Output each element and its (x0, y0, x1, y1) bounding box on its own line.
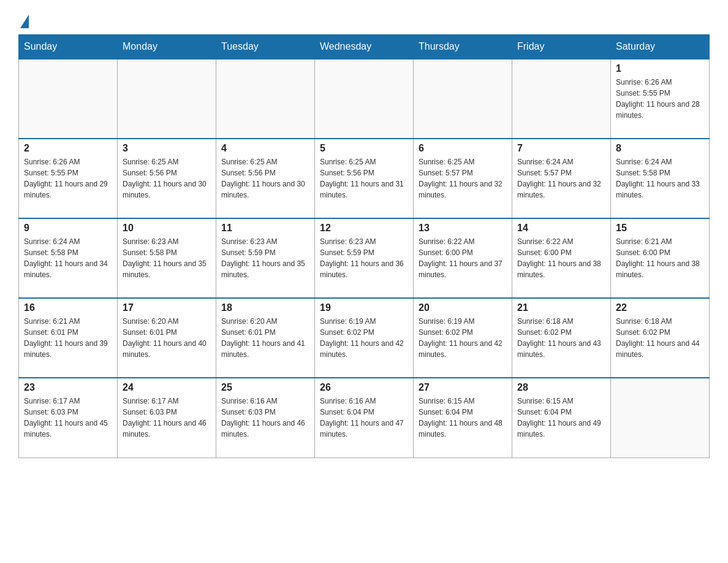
calendar-day-cell: 5Sunrise: 6:25 AMSunset: 5:56 PMDaylight… (315, 139, 414, 218)
day-info: Sunrise: 6:21 AMSunset: 6:00 PMDaylight:… (616, 236, 704, 280)
calendar-day-cell: 1Sunrise: 6:26 AMSunset: 5:55 PMDaylight… (611, 59, 710, 139)
day-number: 9 (24, 223, 112, 234)
calendar-header-wednesday: Wednesday (315, 35, 414, 59)
calendar-day-cell: 8Sunrise: 6:24 AMSunset: 5:58 PMDaylight… (611, 139, 710, 218)
calendar-day-cell (216, 59, 315, 139)
calendar-header-tuesday: Tuesday (216, 35, 315, 59)
day-number: 1 (616, 63, 704, 74)
calendar-day-cell: 3Sunrise: 6:25 AMSunset: 5:56 PMDaylight… (118, 139, 216, 218)
day-info: Sunrise: 6:25 AMSunset: 5:56 PMDaylight:… (221, 156, 309, 201)
calendar-day-cell: 19Sunrise: 6:19 AMSunset: 6:02 PMDayligh… (315, 298, 414, 378)
day-info: Sunrise: 6:26 AMSunset: 5:55 PMDaylight:… (24, 156, 112, 201)
day-number: 24 (123, 382, 211, 393)
calendar-week-row: 2Sunrise: 6:26 AMSunset: 5:55 PMDaylight… (19, 139, 710, 218)
calendar-day-cell: 18Sunrise: 6:20 AMSunset: 6:01 PMDayligh… (216, 298, 315, 378)
day-number: 18 (221, 302, 309, 313)
calendar-header-sunday: Sunday (19, 35, 118, 59)
day-info: Sunrise: 6:23 AMSunset: 5:58 PMDaylight:… (123, 236, 211, 280)
day-info: Sunrise: 6:17 AMSunset: 6:03 PMDaylight:… (24, 396, 112, 440)
calendar-day-cell: 22Sunrise: 6:18 AMSunset: 6:02 PMDayligh… (611, 298, 710, 378)
day-info: Sunrise: 6:19 AMSunset: 6:02 PMDaylight:… (320, 316, 408, 360)
day-number: 5 (320, 143, 408, 154)
calendar-day-cell: 10Sunrise: 6:23 AMSunset: 5:58 PMDayligh… (118, 218, 216, 298)
calendar-day-cell: 17Sunrise: 6:20 AMSunset: 6:01 PMDayligh… (118, 298, 216, 378)
calendar-day-cell: 24Sunrise: 6:17 AMSunset: 6:03 PMDayligh… (118, 378, 216, 458)
calendar-day-cell: 14Sunrise: 6:22 AMSunset: 6:00 PMDayligh… (512, 218, 611, 298)
day-info: Sunrise: 6:20 AMSunset: 6:01 PMDaylight:… (123, 316, 211, 360)
header (18, 12, 710, 28)
day-info: Sunrise: 6:16 AMSunset: 6:04 PMDaylight:… (320, 396, 408, 440)
calendar-week-row: 16Sunrise: 6:21 AMSunset: 6:01 PMDayligh… (19, 298, 710, 378)
calendar-day-cell: 4Sunrise: 6:25 AMSunset: 5:56 PMDaylight… (216, 139, 315, 218)
day-number: 14 (517, 223, 605, 234)
calendar-table: SundayMondayTuesdayWednesdayThursdayFrid… (18, 34, 710, 458)
day-number: 12 (320, 223, 408, 234)
day-number: 10 (123, 223, 211, 234)
day-number: 2 (24, 143, 112, 154)
calendar-day-cell (315, 59, 414, 139)
day-number: 19 (320, 302, 408, 313)
day-number: 28 (517, 382, 605, 393)
day-info: Sunrise: 6:15 AMSunset: 6:04 PMDaylight:… (419, 396, 507, 440)
day-number: 27 (419, 382, 507, 393)
day-info: Sunrise: 6:25 AMSunset: 5:56 PMDaylight:… (320, 156, 408, 201)
calendar-day-cell: 20Sunrise: 6:19 AMSunset: 6:02 PMDayligh… (414, 298, 512, 378)
calendar-day-cell: 16Sunrise: 6:21 AMSunset: 6:01 PMDayligh… (19, 298, 118, 378)
day-info: Sunrise: 6:25 AMSunset: 5:57 PMDaylight:… (419, 156, 507, 201)
calendar-day-cell (512, 59, 611, 139)
calendar-week-row: 23Sunrise: 6:17 AMSunset: 6:03 PMDayligh… (19, 378, 710, 458)
calendar-day-cell: 15Sunrise: 6:21 AMSunset: 6:00 PMDayligh… (611, 218, 710, 298)
calendar-day-cell: 11Sunrise: 6:23 AMSunset: 5:59 PMDayligh… (216, 218, 315, 298)
day-info: Sunrise: 6:20 AMSunset: 6:01 PMDaylight:… (221, 316, 309, 360)
day-info: Sunrise: 6:26 AMSunset: 5:55 PMDaylight:… (616, 77, 704, 121)
calendar-day-cell: 27Sunrise: 6:15 AMSunset: 6:04 PMDayligh… (414, 378, 512, 458)
calendar-day-cell: 26Sunrise: 6:16 AMSunset: 6:04 PMDayligh… (315, 378, 414, 458)
day-info: Sunrise: 6:25 AMSunset: 5:56 PMDaylight:… (123, 156, 211, 201)
day-info: Sunrise: 6:22 AMSunset: 6:00 PMDaylight:… (419, 236, 507, 280)
calendar-week-row: 9Sunrise: 6:24 AMSunset: 5:58 PMDaylight… (19, 218, 710, 298)
calendar-day-cell: 9Sunrise: 6:24 AMSunset: 5:58 PMDaylight… (19, 218, 118, 298)
logo (18, 12, 29, 28)
day-info: Sunrise: 6:16 AMSunset: 6:03 PMDaylight:… (221, 396, 309, 440)
day-number: 17 (123, 302, 211, 313)
day-number: 23 (24, 382, 112, 393)
day-number: 25 (221, 382, 309, 393)
day-number: 16 (24, 302, 112, 313)
day-number: 11 (221, 223, 309, 234)
calendar-day-cell (118, 59, 216, 139)
calendar-header-monday: Monday (118, 35, 216, 59)
day-number: 21 (517, 302, 605, 313)
calendar-header-row: SundayMondayTuesdayWednesdayThursdayFrid… (19, 35, 710, 59)
day-number: 22 (616, 302, 704, 313)
calendar-day-cell: 21Sunrise: 6:18 AMSunset: 6:02 PMDayligh… (512, 298, 611, 378)
day-info: Sunrise: 6:19 AMSunset: 6:02 PMDaylight:… (419, 316, 507, 360)
calendar-day-cell: 13Sunrise: 6:22 AMSunset: 6:00 PMDayligh… (414, 218, 512, 298)
day-info: Sunrise: 6:15 AMSunset: 6:04 PMDaylight:… (517, 396, 605, 440)
calendar-header-friday: Friday (512, 35, 611, 59)
day-number: 15 (616, 223, 704, 234)
calendar-day-cell: 6Sunrise: 6:25 AMSunset: 5:57 PMDaylight… (414, 139, 512, 218)
day-info: Sunrise: 6:24 AMSunset: 5:58 PMDaylight:… (616, 156, 704, 201)
day-info: Sunrise: 6:21 AMSunset: 6:01 PMDaylight:… (24, 316, 112, 360)
day-number: 4 (221, 143, 309, 154)
calendar-day-cell (611, 378, 710, 458)
calendar-week-row: 1Sunrise: 6:26 AMSunset: 5:55 PMDaylight… (19, 59, 710, 139)
calendar-day-cell (19, 59, 118, 139)
day-number: 6 (419, 143, 507, 154)
day-number: 8 (616, 143, 704, 154)
day-number: 3 (123, 143, 211, 154)
day-number: 7 (517, 143, 605, 154)
calendar-day-cell: 12Sunrise: 6:23 AMSunset: 5:59 PMDayligh… (315, 218, 414, 298)
calendar-day-cell: 28Sunrise: 6:15 AMSunset: 6:04 PMDayligh… (512, 378, 611, 458)
day-info: Sunrise: 6:23 AMSunset: 5:59 PMDaylight:… (221, 236, 309, 280)
day-info: Sunrise: 6:24 AMSunset: 5:57 PMDaylight:… (517, 156, 605, 201)
day-number: 26 (320, 382, 408, 393)
calendar-day-cell: 25Sunrise: 6:16 AMSunset: 6:03 PMDayligh… (216, 378, 315, 458)
day-number: 13 (419, 223, 507, 234)
day-info: Sunrise: 6:22 AMSunset: 6:00 PMDaylight:… (517, 236, 605, 280)
calendar-day-cell (414, 59, 512, 139)
day-number: 20 (419, 302, 507, 313)
calendar-header-saturday: Saturday (611, 35, 710, 59)
day-info: Sunrise: 6:18 AMSunset: 6:02 PMDaylight:… (517, 316, 605, 360)
calendar-header-thursday: Thursday (414, 35, 512, 59)
